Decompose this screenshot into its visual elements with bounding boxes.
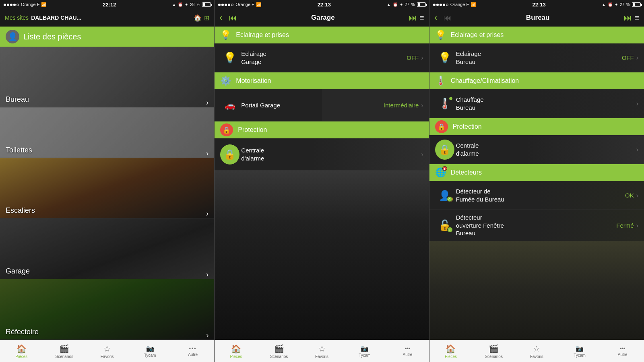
star-icon-2: ☆ [318, 344, 326, 354]
grid-icon[interactable]: ⊞ [204, 14, 209, 22]
tab-label: Scénarios [55, 354, 73, 359]
list-item[interactable]: Escaliers › [0, 158, 214, 219]
tab-scenarios-3[interactable]: 🎬 Scénarios [472, 344, 515, 359]
bluetooth-icon-3: ✦ [615, 2, 618, 7]
more-icon-3: ••• [620, 346, 625, 352]
alarm-icon-2: ⏰ [393, 2, 398, 7]
list-item[interactable]: Toilettes › [0, 107, 214, 158]
rewind-button[interactable]: ⏮ [229, 13, 237, 23]
item-text-portail: Portail Garage [239, 101, 383, 109]
list-item[interactable]: Garage › [0, 218, 214, 279]
chevron-icon-eclairage-bureau: › [636, 54, 638, 62]
tab-scenarios-2[interactable]: 🎬 Scénarios [258, 344, 300, 359]
item-status-fumee: OK [625, 192, 634, 199]
tab-pieces-3[interactable]: 🏠 Pièces [429, 344, 473, 359]
alarm-icon-status: ⏰ [178, 2, 183, 7]
tab-favoris-1[interactable]: ☆ Favoris [86, 344, 128, 359]
list-item[interactable]: Bureau › [0, 47, 214, 107]
tab-label-3: Autre [618, 352, 627, 357]
item-centrale-alarme-garage[interactable]: 🔒 Centraled'alarme › [215, 138, 429, 171]
tab-autre-2[interactable]: ••• Autre [386, 346, 429, 357]
rewind-button-bureau[interactable]: ⏮ [444, 13, 452, 23]
carrier-3: Orange F [450, 2, 469, 7]
fastforward-button[interactable]: ⏭ [409, 13, 417, 23]
tab-label: Tycam [144, 353, 156, 358]
category-header-motorisation: ⚙️ Motorisation [215, 72, 429, 89]
category-label-motorisation: Motorisation [236, 77, 271, 84]
category-label-detecteurs: Détecteurs [451, 169, 482, 176]
tab-label: Autre [188, 352, 198, 357]
tab-label-3: Scénarios [485, 354, 502, 359]
house-icon: 🏠 [17, 344, 27, 354]
camera-icon: 📷 [146, 345, 154, 352]
back-button-bureau[interactable]: ‹ [434, 12, 437, 23]
status-bar-1: Orange F 📶 22:12 ▲ ⏰ ✦ 28 % [0, 0, 214, 9]
tab-tycam-1[interactable]: 📷 Tycam [128, 345, 171, 358]
tab-favoris-2[interactable]: ☆ Favoris [300, 344, 343, 359]
back-button[interactable]: ‹ [219, 12, 222, 23]
category-label-protection-garage: Protection [238, 126, 267, 134]
item-eclairage-garage[interactable]: 💡 EclairageGarage OFF › [215, 43, 429, 72]
tab-autre-1[interactable]: ••• Autre [171, 346, 214, 357]
item-portail-garage[interactable]: 🚗 Portail Garage Intermédiaire › [215, 89, 429, 121]
chevron-icon-chauffage: › [636, 100, 638, 107]
tab-tycam-2[interactable]: 📷 Tycam [343, 345, 386, 358]
fastforward-button-bureau[interactable]: ⏭ [624, 13, 632, 23]
chevron-icon-centrale-bureau: › [636, 146, 638, 153]
camera-icon-3: 📷 [576, 345, 584, 352]
item-text-fenetre: Détecteurouverture FenêtreBureau [454, 214, 617, 237]
tab-label-2: Tycam [359, 353, 370, 358]
panel-mes-sites: Orange F 📶 22:12 ▲ ⏰ ✦ 28 % Mes sites DA… [0, 0, 214, 362]
home-icon[interactable]: 🏠 [194, 14, 202, 22]
tab-scenarios-1[interactable]: 🎬 Scénarios [43, 344, 85, 359]
bulb-icon-bureau: 💡 [435, 48, 454, 68]
battery-percent-1: 28 [190, 2, 194, 7]
category-label-eclairage: Eclairage et prises [236, 31, 289, 39]
chevron-icon: › [206, 149, 214, 158]
battery-icon-3 [632, 2, 641, 7]
gate-icon-item: 🚗 [220, 96, 239, 115]
window-lock-icon-item: 🔓 ✓ [435, 216, 454, 235]
tab-pieces-2[interactable]: 🏠 Pièces [215, 344, 257, 359]
category-header-protection-garage: 🔒 Protection [215, 121, 429, 138]
bluetooth-icon: ✦ [185, 2, 188, 7]
item-text-fumee: Détecteur deFumée du Bureau [454, 187, 625, 203]
more-icon-2: ••• [405, 346, 410, 352]
menu-button[interactable]: ≡ [419, 13, 424, 23]
item-text-eclairage: EclairageGarage [239, 50, 407, 66]
tab-autre-3[interactable]: ••• Autre [601, 346, 644, 357]
category-header-detecteurs: 🌐 ! Détecteurs [429, 164, 644, 181]
item-eclairage-bureau[interactable]: 💡 EclairageBureau OFF › [429, 43, 644, 72]
chevron-icon-portail: › [421, 102, 423, 109]
star-icon: ☆ [103, 344, 111, 354]
tab-tycam-3[interactable]: 📷 Tycam [558, 345, 601, 358]
globe-icon-header: 🌐 ! [435, 167, 446, 178]
status-bar-2: Orange F 📶 22:13 ▲ ⏰ ✦ 27 % [215, 0, 429, 9]
room-name-toilettes: Toilettes [0, 143, 206, 158]
star-icon-3: ☆ [533, 344, 540, 354]
time-2: 22:13 [318, 2, 331, 8]
item-chauffage-bureau[interactable]: 🌡️ ChauffageBureau › [429, 89, 644, 118]
item-detecteur-fenetre[interactable]: 🔓 ✓ Détecteurouverture FenêtreBureau Fer… [429, 210, 644, 241]
battery-icon-1 [202, 2, 211, 7]
mes-sites-link[interactable]: Mes sites [5, 14, 29, 21]
film-icon-3: 🎬 [489, 344, 499, 354]
tab-label-3: Pièces [445, 354, 457, 359]
room-name-escaliers: Escaliers [0, 203, 206, 218]
bluetooth-icon-2: ✦ [400, 2, 403, 7]
alarm-icon-item-bureau: 🔒 [435, 140, 454, 159]
item-status-eclairage: OFF [407, 54, 419, 61]
chevron-icon: › [206, 270, 214, 279]
category-header-chauffage: 🌡️ Chauffage/Climatisation [429, 72, 644, 89]
tab-bar-1: 🏠 Pièces 🎬 Scénarios ☆ Favoris 📷 Tycam •… [0, 340, 214, 362]
list-item[interactable]: Réfectoire › [0, 279, 214, 340]
tab-pieces-1[interactable]: 🏠 Pièces [0, 344, 43, 359]
wifi-icon: 📶 [41, 2, 47, 7]
item-centrale-alarme-bureau[interactable]: 🔒 Centraled'alarme › [429, 135, 644, 164]
tab-favoris-3[interactable]: ☆ Favoris [515, 344, 558, 359]
menu-button-bureau[interactable]: ≡ [634, 13, 639, 23]
item-status-portail: Intermédiaire [384, 102, 419, 109]
item-detecteur-fumee[interactable]: 👤 🔔 ✓ Détecteur deFumée du Bureau OK › [429, 181, 644, 210]
bureau-bg-fill [429, 241, 644, 340]
tab-label-2: Favoris [315, 354, 328, 359]
